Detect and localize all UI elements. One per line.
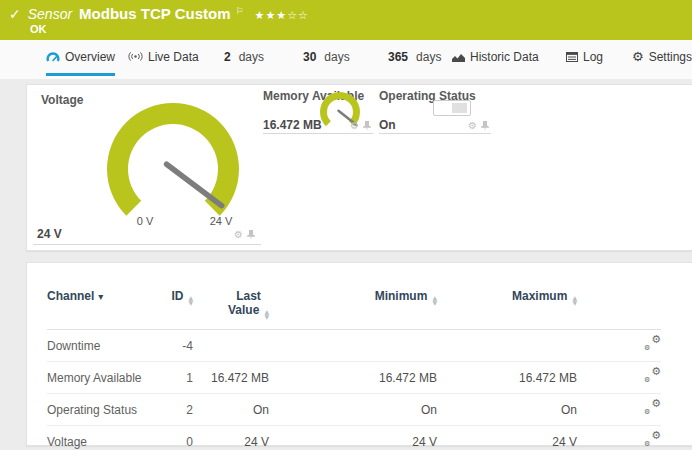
pin-icon[interactable] [363, 121, 371, 131]
tab-settings-label: Settings [649, 50, 692, 64]
memory-gauge-tile: Memory Available 16.472 MB ⚙ [263, 87, 373, 134]
channel-name-cell: Voltage [47, 426, 151, 450]
sensor-status-text: OK [30, 23, 47, 35]
channel-name-cell: Operating Status [47, 394, 151, 426]
priority-stars[interactable]: ★★★☆☆ [255, 9, 309, 22]
channel-name-cell: Memory Available [47, 362, 151, 394]
memory-current-value: 16.472 MB [263, 118, 322, 132]
last-value-header-line1: Last [236, 289, 261, 303]
last-value-header-line2: Value [228, 303, 259, 317]
area-chart-icon [452, 52, 465, 62]
channel-id-cell: -4 [151, 330, 193, 362]
tab-historic-data[interactable]: Historic Data [452, 40, 539, 76]
sort-icon: ▲▼ [264, 310, 269, 319]
gauge-needle [167, 164, 222, 206]
column-header-channel[interactable]: Channel▾ [47, 283, 151, 330]
column-header-id[interactable]: ID▲▼ [151, 283, 193, 330]
voltage-scale-max: 24 V [203, 215, 239, 227]
maximum-cell: On [437, 394, 577, 426]
minimum-cell: 24 V [269, 426, 437, 450]
pin-icon[interactable] [247, 230, 255, 240]
tab-2-days-unit: days [239, 50, 264, 64]
tab-settings[interactable]: ⚙ Settings [632, 40, 692, 76]
tab-live-data-label: Live Data [148, 50, 199, 64]
object-kind-label: Sensor [28, 6, 72, 22]
gear-icon: ⚙ [632, 50, 644, 63]
sort-direction-icon: ▾ [98, 291, 103, 302]
id-header-label: ID [171, 289, 183, 303]
tab-log[interactable]: Log [566, 40, 603, 76]
channel-id-cell: 1 [151, 362, 193, 394]
tile-gear-icon[interactable]: ⚙ [350, 121, 359, 131]
table-row-memory-available: Memory Available 1 16.472 MB 16.472 MB 1… [47, 362, 661, 394]
sort-icon: ▲▼ [432, 296, 437, 305]
operating-current-value: On [379, 118, 396, 132]
tab-log-label: Log [583, 50, 603, 64]
minimum-cell [269, 330, 437, 362]
table-row-operating-status: Operating Status 2 On On On ⚙⚙ [47, 394, 661, 426]
sort-icon: ▲▼ [188, 296, 193, 305]
live-signal-icon [128, 51, 143, 62]
log-list-icon [566, 52, 578, 62]
table-row-voltage: Voltage 0 24 V 24 V 24 V ⚙⚙ [47, 426, 661, 450]
tab-365-days-unit: days [416, 50, 441, 64]
maximum-cell: 16.472 MB [437, 362, 577, 394]
channel-id-cell: 2 [151, 394, 193, 426]
last-value-cell: On [193, 394, 269, 426]
channel-name-cell: Downtime [47, 330, 151, 362]
tab-365-days[interactable]: 365days [388, 40, 441, 76]
sensor-title: Modbus TCP Custom [79, 5, 230, 22]
pin-icon[interactable] [481, 121, 489, 131]
column-header-maximum[interactable]: Maximum▲▼ [437, 283, 577, 330]
tab-2-days[interactable]: 2days [224, 40, 264, 76]
tab-overview-label: Overview [65, 50, 115, 64]
channel-id-cell: 0 [151, 426, 193, 450]
sensor-status-header: ✓ Sensor Modbus TCP Custom ⚐ ★★★☆☆ OK [0, 0, 692, 40]
column-header-minimum[interactable]: Minimum▲▼ [269, 283, 437, 330]
tab-30-days-number: 30 [303, 50, 316, 64]
tab-bar: Overview Live Data 2days 30days 365days … [0, 40, 692, 79]
last-value-cell: 24 V [193, 426, 269, 450]
operating-status-switch [433, 100, 471, 116]
table-header-row: Channel▾ ID▲▼ LastValue▲▼ Minimum▲▼ Maxi… [47, 283, 661, 330]
tile-gear-icon[interactable]: ⚙ [468, 121, 477, 131]
tab-365-days-number: 365 [388, 50, 408, 64]
status-check-icon: ✓ [9, 6, 21, 22]
stars-empty[interactable]: ☆☆ [287, 9, 309, 22]
channel-header-label: Channel [47, 289, 94, 303]
voltage-current-value: 24 V [37, 227, 62, 241]
stars-filled[interactable]: ★★★ [255, 9, 288, 22]
last-value-cell: 16.472 MB [193, 362, 269, 394]
channel-settings-icon[interactable]: ⚙⚙ [644, 433, 661, 447]
tile-gear-icon[interactable]: ⚙ [234, 230, 243, 240]
overview-gauges-panel: Voltage 0 V 24 V 24 V ⚙ Memory Available… [26, 84, 692, 251]
voltage-scale-min: 0 V [129, 215, 161, 227]
minimum-cell: On [269, 394, 437, 426]
tab-live-data[interactable]: Live Data [128, 40, 199, 76]
switch-knob [452, 103, 467, 113]
tab-overview[interactable]: Overview [46, 40, 115, 76]
table-row-downtime: Downtime -4 ⚙⚙ [47, 330, 661, 362]
channel-table-panel: Channel▾ ID▲▼ LastValue▲▼ Minimum▲▼ Maxi… [26, 262, 692, 446]
minimum-cell: 16.472 MB [269, 362, 437, 394]
column-header-last-value[interactable]: LastValue▲▼ [193, 283, 269, 330]
voltage-gauge-tile: Voltage 0 V 24 V 24 V ⚙ [33, 87, 261, 245]
tab-historic-data-label: Historic Data [470, 50, 539, 64]
sort-icon: ▲▼ [572, 296, 577, 305]
tab-30-days-unit: days [324, 50, 349, 64]
tab-30-days[interactable]: 30days [303, 40, 350, 76]
maximum-header-label: Maximum [512, 289, 567, 303]
channel-settings-icon[interactable]: ⚙⚙ [644, 337, 661, 351]
maximum-cell: 24 V [437, 426, 577, 450]
maximum-cell [437, 330, 577, 362]
gauge-icon [46, 51, 60, 63]
voltage-tile-title: Voltage [41, 93, 83, 107]
last-value-cell [193, 330, 269, 362]
channel-settings-icon[interactable]: ⚙⚙ [644, 369, 661, 383]
flag-icon: ⚐ [235, 6, 243, 16]
operating-status-tile: Operating Status On ⚙ [379, 87, 491, 134]
channel-settings-icon[interactable]: ⚙⚙ [644, 401, 661, 415]
minimum-header-label: Minimum [375, 289, 428, 303]
voltage-gauge [93, 94, 253, 222]
channel-table: Channel▾ ID▲▼ LastValue▲▼ Minimum▲▼ Maxi… [47, 283, 661, 450]
